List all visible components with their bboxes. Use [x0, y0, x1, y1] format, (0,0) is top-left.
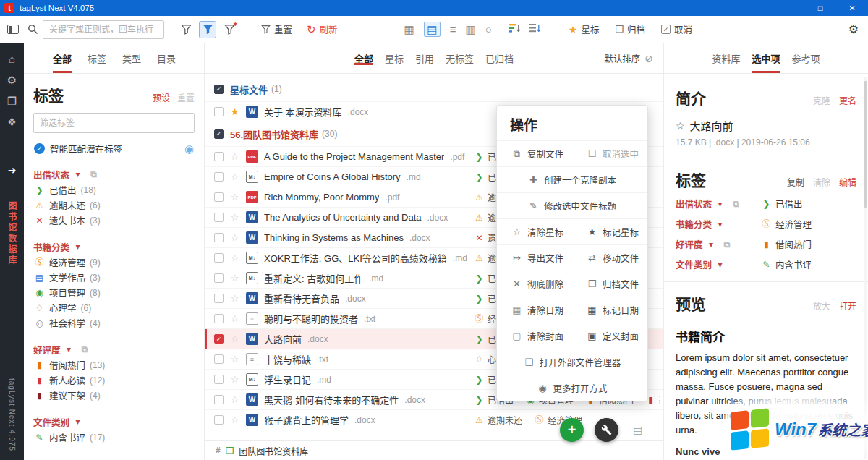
tag-item[interactable]: ◎社会科学(4) — [33, 315, 195, 331]
add-file-fab[interactable]: + — [560, 418, 584, 442]
file-group-title[interactable]: 56.团队图书馆资料库 — [230, 127, 318, 141]
menu-item[interactable]: ❒归档文件 — [572, 277, 647, 291]
menu-item[interactable]: ✕彻底删除 — [497, 277, 572, 291]
close-button[interactable]: ✕ — [836, 0, 868, 16]
grid-view-icon[interactable]: ▦ — [404, 24, 414, 35]
detail-tag-group[interactable]: 好评度▾⧉ — [676, 237, 761, 251]
tools-fab[interactable] — [595, 418, 618, 442]
group-checkbox[interactable] — [214, 129, 224, 139]
tag-item[interactable]: Ⓢ经济管理(9) — [33, 255, 195, 270]
menu-item[interactable]: ⇄移动文件 — [572, 251, 647, 265]
custom-sort-icon[interactable] — [509, 23, 521, 35]
card-view-active[interactable]: ▤ — [424, 22, 441, 37]
rename-link[interactable]: 更名 — [839, 94, 856, 106]
alpha-sort-icon[interactable] — [529, 23, 541, 35]
search-input[interactable] — [43, 20, 164, 39]
star-icon[interactable]: ☆ — [229, 172, 240, 182]
tagpanel-tab-types[interactable]: 类型 — [116, 43, 147, 73]
file-checkbox[interactable] — [214, 375, 224, 384]
file-checkbox[interactable] — [214, 233, 224, 242]
tag-item[interactable]: ▮建议下架(4) — [33, 388, 195, 403]
detailpanel-tab-library[interactable]: 资料库 — [706, 43, 746, 73]
star-files-button[interactable]: ★ 星标 — [569, 22, 600, 36]
filepanel-tab-starred[interactable]: 星标 — [379, 51, 409, 65]
sort-control[interactable]: 默认排序 ⊘ — [604, 51, 653, 65]
preview-toggle-icon[interactable]: ○ — [485, 24, 492, 35]
detailpanel-tab-reference[interactable]: 参考项 — [786, 43, 826, 73]
tag-group-name[interactable]: 出借状态▾⧉ — [33, 166, 195, 182]
clipboard-icon[interactable]: ▤ — [633, 425, 642, 435]
menu-item[interactable]: ▢清除封面 — [497, 329, 572, 343]
tag-item[interactable]: ▮新人必读(12) — [33, 372, 195, 388]
archive-button[interactable]: ❒ 归档 — [615, 22, 645, 36]
file-checkbox[interactable] — [214, 395, 224, 404]
clear-tags-link[interactable]: 清除 — [813, 176, 830, 188]
star-icon[interactable]: ☆ — [229, 294, 240, 303]
file-checkbox[interactable] — [214, 415, 224, 425]
rail-settings-icon[interactable]: ⚙ — [7, 74, 17, 85]
star-icon[interactable]: ☆ — [229, 253, 240, 263]
rail-library-icon[interactable]: ❒ — [7, 95, 17, 106]
home-icon[interactable]: ⌂ — [9, 54, 15, 64]
file-checkbox[interactable] — [214, 273, 224, 283]
tagpanel-tab-dirs[interactable]: 目录 — [151, 43, 182, 73]
zoom-link[interactable]: 放大 — [813, 299, 830, 312]
filepanel-tab-untagged[interactable]: 无标签 — [440, 51, 480, 65]
copy-tags-link[interactable]: 复制 — [787, 176, 804, 188]
current-folder-bar[interactable]: # ❒ 团队图书馆资料库 — [205, 440, 663, 460]
maximize-button[interactable]: □ — [804, 0, 836, 16]
detail-tag-value[interactable]: ❯已借出 — [761, 197, 803, 210]
cancel-button[interactable]: 取消 — [661, 22, 692, 36]
star-icon[interactable]: ☆ — [229, 334, 240, 344]
menu-item[interactable]: ↦导出文件 — [497, 251, 572, 265]
file-group-title[interactable]: 星标文件 — [230, 82, 268, 96]
star-icon[interactable]: ☆ — [229, 152, 240, 161]
menu-item[interactable]: ▦标记日期 — [572, 303, 647, 317]
file-checkbox[interactable] — [214, 172, 224, 182]
clone-link[interactable]: 克隆 — [813, 94, 830, 106]
detail-tag-group[interactable]: 文件类别▾ — [676, 257, 761, 271]
star-icon[interactable]: ☆ — [229, 213, 240, 222]
smart-match-row[interactable]: 智能匹配潜在标签 ◉ — [34, 142, 194, 156]
file-checkbox[interactable] — [214, 213, 224, 222]
reset-tags-link[interactable]: 重置 — [177, 91, 195, 103]
detail-tag-value[interactable]: ✎内含书评 — [761, 257, 812, 271]
tag-item[interactable]: ▤文学作品(3) — [33, 270, 195, 285]
menu-item[interactable]: ☆清除星标 — [497, 225, 572, 239]
database-name-vertical[interactable]: 图书馆数据库 — [6, 201, 18, 266]
star-icon[interactable]: ☆ — [229, 273, 240, 283]
file-checkbox[interactable] — [214, 107, 224, 116]
star-icon[interactable]: ☆ — [229, 395, 240, 404]
tagpanel-tab-all[interactable]: 全部 — [47, 43, 77, 73]
filepanel-tab-all[interactable]: 全部 — [349, 51, 379, 65]
file-checkbox[interactable] — [214, 152, 224, 161]
file-checkbox[interactable] — [214, 253, 224, 263]
star-icon[interactable]: ☆ — [229, 415, 240, 425]
menu-item[interactable]: ☐取消选中 — [572, 147, 647, 161]
panel-toggle-icon[interactable] — [7, 25, 19, 34]
menu-item[interactable]: ◉更多打开方式 — [537, 381, 607, 395]
rail-tags-icon[interactable]: ❖ — [7, 116, 17, 127]
tag-item[interactable]: ✕遗失书本(3) — [33, 213, 195, 228]
tag-item[interactable]: ⚠逾期未还(6) — [33, 197, 195, 213]
group-checkbox[interactable] — [214, 85, 224, 94]
reset-filter-button[interactable]: 重置 — [261, 22, 292, 36]
tag-item[interactable]: ♢心理学(6) — [33, 300, 195, 315]
row-view-icon[interactable]: ≡ — [450, 24, 456, 35]
detail-tag-value[interactable]: ▮借阅热门 — [761, 237, 812, 251]
star-icon[interactable]: ☆ — [229, 233, 240, 242]
menu-item[interactable]: ★标记星标 — [572, 225, 647, 239]
settings-gear-icon[interactable]: ⚙ — [848, 22, 859, 36]
star-icon[interactable]: ☆ — [229, 354, 240, 364]
menu-item[interactable]: ✚创建一个克隆副本 — [528, 173, 616, 187]
star-icon[interactable]: ☆ — [229, 192, 240, 202]
tag-group-name[interactable]: 文件类别▾ — [33, 414, 195, 430]
file-group-header[interactable]: 星标文件(1) — [205, 77, 663, 101]
filter-pin-icon[interactable]: ✱ — [221, 21, 238, 38]
menu-item[interactable]: ⧉复制文件 — [497, 147, 572, 161]
menu-item[interactable]: ▦清除日期 — [497, 303, 572, 317]
file-checkbox[interactable] — [214, 354, 224, 364]
menu-item[interactable]: ❑打开外部文件管理器 — [524, 355, 621, 369]
detailpanel-tab-selected[interactable]: 选中项 — [746, 43, 786, 73]
collapse-arrow-icon[interactable]: ➜ — [8, 165, 17, 175]
